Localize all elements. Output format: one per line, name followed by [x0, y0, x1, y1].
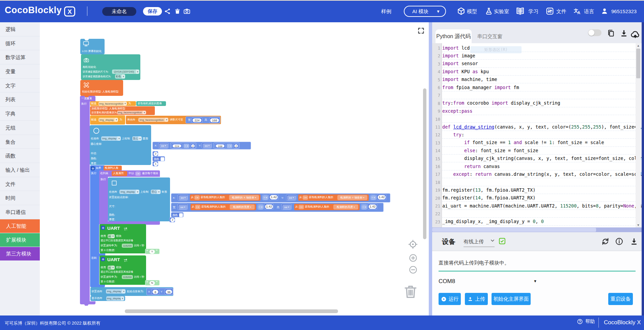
- text-field[interactable]: 2: [170, 218, 175, 222]
- text-field[interactable]: 2: [153, 152, 158, 156]
- user-avatar-icon[interactable]: [601, 7, 608, 16]
- sidebar-item-4[interactable]: 文字: [0, 79, 40, 93]
- block-dropdown[interactable]: ÷▾: [258, 205, 263, 209]
- block-dropdown[interactable]: i▾: [194, 195, 200, 200]
- python-code-editor[interactable]: 1234567891011121314151617181920212223 im…: [432, 43, 642, 227]
- menu-lab[interactable]: 实验室: [494, 8, 509, 15]
- text-field[interactable]: N: [149, 281, 155, 285]
- text-field[interactable]: 1.42: [270, 195, 278, 199]
- number-field[interactable]: 2: [190, 143, 196, 148]
- number-field[interactable]: 224: [192, 117, 202, 123]
- user-id[interactable]: 965152323: [611, 8, 637, 14]
- serial-port-select[interactable]: COM8 ▼: [439, 278, 536, 285]
- color-swatch[interactable]: [161, 157, 164, 161]
- block-dropdown[interactable]: int▾: [287, 195, 296, 200]
- value-face-y[interactable]: 从i▾获取检测到的人脸的检测框的 Y 轴坐标▾: [298, 194, 369, 201]
- number-field[interactable]: 168: [209, 117, 220, 123]
- lab-flask-icon[interactable]: [485, 7, 493, 17]
- code-vertical-scrollbar[interactable]: ▲ ▼: [636, 43, 641, 227]
- value-get-camera-image[interactable]: 获取相机捕捉的图像: [136, 101, 166, 106]
- gear-icon[interactable]: [101, 226, 105, 230]
- help-link[interactable]: 帮助: [577, 319, 595, 325]
- zoom-in-icon[interactable]: [409, 253, 418, 263]
- value-face-w[interactable]: 从i▾获取检测到的人脸的检测框的宽度▾: [191, 204, 256, 210]
- files-transfer-icon[interactable]: [545, 7, 554, 17]
- sidebar-item-1[interactable]: 循环: [0, 36, 40, 51]
- center-target-icon[interactable]: [408, 239, 418, 250]
- scroll-down-arrow-icon[interactable]: ▼: [636, 223, 641, 227]
- run-button[interactable]: 运行: [439, 293, 461, 305]
- sidebar-item-2[interactable]: 数学运算: [0, 50, 40, 64]
- block-dropdown[interactable]: ÷▾: [371, 195, 376, 200]
- value-color-circle[interactable]: 颜色: [152, 156, 165, 161]
- block-dropdown[interactable]: i▾: [135, 171, 141, 176]
- value-color-rect[interactable]: 颜色: [171, 212, 184, 217]
- menu-files[interactable]: 文件: [556, 8, 566, 15]
- text-field[interactable]: 1.42: [378, 195, 386, 199]
- tab-serial-monitor[interactable]: 串口交互窗: [476, 29, 503, 43]
- block-dropdown[interactable]: img_display▾: [101, 136, 121, 141]
- block-dropdown[interactable]: img_display▾: [119, 190, 139, 194]
- upload-button[interactable]: 上传: [465, 293, 488, 305]
- value-div-w[interactable]: ÷▾: [257, 204, 263, 210]
- block-dropdown[interactable]: img_facerecognition▾: [138, 118, 168, 122]
- block-assign-facerec[interactable]: 赋值img_facerecognition▾为: [90, 101, 136, 106]
- menu-model[interactable]: 模型: [467, 8, 477, 15]
- ai-module-dropdown[interactable]: AI 模块 ▼: [404, 6, 446, 17]
- screenshot-camera-icon[interactable]: [183, 7, 191, 16]
- sidebar-item-5[interactable]: 列表: [0, 92, 40, 107]
- value-div-y[interactable]: ÷▾: [370, 195, 376, 200]
- block-dropdown[interactable]: QVGA (320*240)▾: [112, 70, 139, 74]
- block-uart-send-y[interactable]: UART使用AI▾模块通过串口发送数据至其他设备设置波特率为:115200比特 …: [100, 224, 146, 253]
- number-field[interactable]: 2: [233, 143, 239, 148]
- if-bottom[interactable]: [90, 284, 105, 287]
- value-string-y[interactable]: “Y”: [145, 249, 160, 254]
- scroll-up-arrow-icon[interactable]: ▲: [636, 44, 641, 47]
- canvas-horizontal-scrollbar[interactable]: [125, 309, 338, 313]
- block-draw-rect[interactable]: 在画布img_display▾上绘制空心▾矩形设置起始点坐标:尺寸:颜色:厚度:: [108, 177, 170, 221]
- block-assign-display[interactable]: 赋值img_display▾为: [90, 115, 125, 125]
- download-firmware-icon[interactable]: [630, 237, 638, 246]
- block-dropdown[interactable]: 空心▾: [151, 190, 161, 194]
- value-math-168-2[interactable]: 168÷▾2: [214, 142, 240, 149]
- number-field[interactable]: 224: [172, 143, 182, 148]
- sidebar-item-7[interactable]: 元组: [0, 121, 40, 135]
- block-dropdown[interactable]: ÷▾: [184, 144, 189, 148]
- block-dropdown[interactable]: 实心▾: [132, 136, 142, 141]
- value-thickness-rect[interactable]: 2: [169, 217, 175, 222]
- device-info-icon[interactable]: [615, 237, 623, 246]
- block-dropdown[interactable]: AI▾: [108, 266, 115, 270]
- value-thickness-circle[interactable]: 1: [152, 161, 158, 166]
- foreach-column[interactable]: 执行: [99, 177, 108, 221]
- sidebar-item-13[interactable]: 串口通信: [0, 205, 40, 219]
- sidebar-item-10[interactable]: 输入 / 输出: [0, 163, 40, 177]
- model-cube-icon[interactable]: [457, 7, 466, 17]
- blockly-canvas[interactable]: 一直重复执行执行否则如果检测到人脸在列表中以i▾遍历每个项目执行人脸属性LCD …: [40, 22, 429, 315]
- value-int-ry[interactable]: int▾: [286, 194, 296, 200]
- block-dropdown[interactable]: AI▾: [108, 234, 115, 238]
- block-dropdown[interactable]: 彩色▾: [115, 74, 125, 79]
- value-int-w[interactable]: int▾: [177, 204, 188, 210]
- value-142-h[interactable]: 1.42: [368, 203, 377, 210]
- value-origin-xy[interactable]: X8Y36: [146, 288, 173, 295]
- block-dropdown[interactable]: 检测框的 Y 轴坐标▾: [337, 195, 367, 200]
- value-int-rx[interactable]: int▾: [178, 194, 188, 200]
- panel-splitter[interactable]: [429, 22, 432, 315]
- value-wh-wrapper[interactable]: 宽224高168: [186, 116, 220, 123]
- block-dropdown[interactable]: i▾: [299, 205, 304, 209]
- gear-icon[interactable]: [101, 257, 105, 261]
- block-model-init[interactable]: 初始化预设模型: 人脸检测模型: [80, 80, 123, 96]
- block-dropdown[interactable]: int▾: [203, 143, 212, 148]
- delete-icon[interactable]: [174, 8, 181, 16]
- block-dropdown[interactable]: 检测框的 X 轴坐标▾: [229, 195, 259, 200]
- sidebar-item-6[interactable]: 字典: [0, 107, 40, 121]
- block-dropdown[interactable]: int▾: [179, 195, 188, 200]
- upload-mode-select[interactable]: 有线上传: [464, 239, 495, 247]
- block-dropdown[interactable]: int▾: [178, 205, 187, 210]
- value-radius[interactable]: 2: [152, 151, 158, 156]
- loop-forever-tab[interactable]: [84, 304, 89, 306]
- menu-language[interactable]: 语言: [584, 8, 594, 15]
- block-dropdown[interactable]: ÷▾: [362, 205, 367, 209]
- sidebar-category-2[interactable]: 第三方模块: [0, 247, 40, 260]
- tab-python-source[interactable]: Python 源代码: [436, 29, 472, 43]
